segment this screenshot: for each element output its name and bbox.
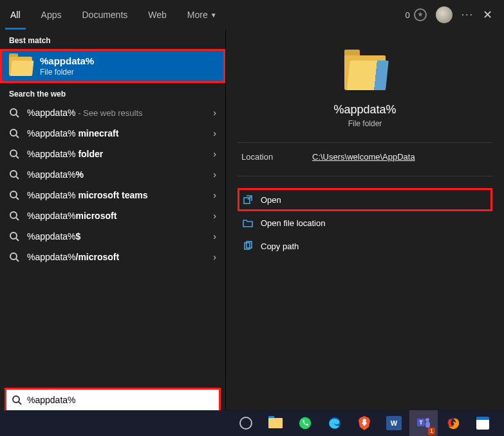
chevron-right-icon[interactable]: › [213, 128, 216, 138]
taskbar: W T 1 [0, 410, 504, 436]
search-icon [9, 128, 19, 138]
chevron-right-icon[interactable]: › [213, 149, 216, 159]
svg-point-2 [10, 129, 17, 136]
teams-button[interactable]: T 1 [409, 410, 438, 436]
open-icon [243, 194, 253, 205]
rewards-indicator[interactable]: 0 [405, 8, 426, 21]
web-result-label: %appdata% minecraft [27, 128, 205, 138]
tab-label: All [10, 10, 21, 20]
search-icon [9, 231, 19, 242]
tab-label: Documents [82, 10, 127, 20]
svg-line-13 [16, 238, 19, 241]
divider [238, 142, 492, 143]
section-best-match: Best match [0, 30, 225, 49]
svg-point-12 [10, 232, 17, 239]
tab-label: More [187, 10, 208, 20]
svg-rect-26 [425, 422, 430, 428]
chevron-right-icon[interactable]: › [213, 252, 216, 262]
tab-apps[interactable]: Apps [31, 0, 72, 30]
svg-point-6 [10, 171, 17, 177]
more-options-icon[interactable]: ··· [462, 10, 474, 20]
web-result-item[interactable]: %appdata% microsoft teams › [0, 185, 225, 205]
word-icon: W [386, 416, 402, 430]
action-label: Copy path [261, 242, 299, 251]
web-result-label: %appdata%% [27, 169, 205, 180]
folder-icon [344, 55, 386, 90]
action-label: Open file location [261, 218, 325, 228]
close-button[interactable]: ✕ [483, 9, 492, 21]
svg-point-8 [10, 191, 17, 198]
svg-point-10 [10, 212, 17, 218]
web-result-label: %appdata%/microsoft [27, 252, 205, 262]
action-open[interactable]: Open [238, 188, 492, 211]
whatsapp-button[interactable] [291, 410, 319, 436]
file-explorer-button[interactable] [261, 410, 290, 436]
svg-line-5 [16, 156, 19, 158]
svg-line-1 [16, 115, 19, 117]
chevron-down-icon: ▼ [210, 12, 217, 19]
svg-line-20 [19, 402, 21, 404]
header-bar: All Apps Documents Web More▼ 0 ··· ✕ [0, 0, 504, 30]
calendar-button[interactable] [469, 410, 497, 436]
search-icon [9, 211, 19, 221]
web-result-item[interactable]: %appdata% - See web results › [0, 102, 225, 123]
svg-point-19 [13, 396, 19, 403]
location-label: Location [241, 152, 312, 162]
chevron-right-icon[interactable]: › [213, 190, 216, 200]
cortana-button[interactable] [232, 410, 260, 436]
preview-subtitle: File folder [348, 119, 382, 128]
web-result-item[interactable]: %appdata%microsoft › [0, 205, 225, 226]
best-match-item[interactable]: %appdata% File folder [0, 49, 225, 83]
tab-label: Web [148, 10, 167, 20]
medal-icon [414, 8, 427, 21]
svg-line-9 [16, 197, 19, 200]
best-match-title: %appdata% [40, 55, 94, 66]
divider [238, 176, 492, 176]
folder-open-icon [243, 218, 253, 228]
tab-all[interactable]: All [0, 0, 31, 30]
tab-web[interactable]: Web [138, 0, 177, 30]
svg-point-4 [10, 150, 17, 156]
section-search-web: Search the web [0, 83, 225, 102]
web-result-item[interactable]: %appdata%/microsoft › [0, 247, 225, 267]
file-explorer-icon [268, 418, 283, 428]
action-open-file-location[interactable]: Open file location [238, 211, 492, 234]
svg-point-21 [299, 417, 311, 429]
search-icon [12, 395, 22, 405]
chevron-right-icon[interactable]: › [213, 211, 216, 221]
chevron-right-icon[interactable]: › [213, 108, 216, 118]
svg-point-14 [10, 253, 17, 260]
brave-button[interactable] [350, 410, 378, 436]
search-box[interactable] [6, 390, 219, 410]
web-result-label: %appdata% - See web results [27, 108, 205, 118]
svg-line-7 [16, 176, 19, 179]
cortana-icon [239, 417, 252, 430]
svg-line-11 [16, 218, 19, 220]
tab-label: Apps [41, 10, 62, 20]
web-result-item[interactable]: %appdata% folder › [0, 144, 225, 164]
search-icon [9, 149, 19, 159]
location-link[interactable]: C:\Users\welcome\AppData [312, 152, 415, 162]
word-button[interactable]: W [380, 410, 408, 436]
chevron-right-icon[interactable]: › [213, 169, 216, 180]
web-result-item[interactable]: %appdata%% › [0, 164, 225, 185]
web-result-item[interactable]: %appdata%$ › [0, 226, 225, 247]
chevron-right-icon[interactable]: › [213, 231, 216, 242]
brave-icon [358, 416, 371, 430]
web-result-item[interactable]: %appdata% minecraft › [0, 123, 225, 144]
search-input[interactable] [27, 395, 214, 405]
header-right: 0 ··· ✕ [405, 6, 499, 23]
action-copy-path[interactable]: Copy path [238, 234, 492, 258]
best-match-subtitle: File folder [40, 68, 94, 77]
svg-point-0 [10, 109, 17, 115]
tab-documents[interactable]: Documents [71, 0, 138, 30]
firefox-button[interactable] [439, 410, 467, 436]
whatsapp-icon [298, 416, 312, 430]
edge-button[interactable] [321, 410, 349, 436]
user-avatar[interactable] [436, 6, 453, 23]
tab-more[interactable]: More▼ [177, 0, 227, 30]
search-icon [9, 169, 19, 180]
search-icon [9, 252, 19, 262]
web-result-label: %appdata% folder [27, 149, 205, 159]
edge-icon [328, 416, 342, 430]
